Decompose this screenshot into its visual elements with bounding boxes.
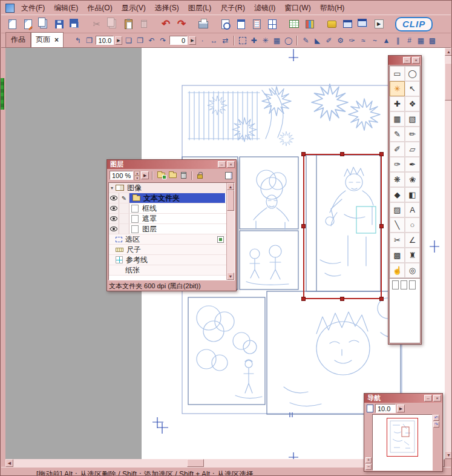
menu-select[interactable]: 选择(S) xyxy=(155,3,179,13)
layer-row-ruler[interactable]: 尺子 xyxy=(109,245,234,255)
layer-row-selection-area[interactable]: 选区 xyxy=(109,234,234,245)
play-button[interactable]: ▶ xyxy=(372,17,386,31)
ink-tool[interactable]: ◆ xyxy=(390,187,405,202)
page-step-icon[interactable]: ↰ xyxy=(73,35,83,45)
close-icon[interactable]: × xyxy=(227,161,235,168)
marker-option-icon[interactable]: ✐ xyxy=(324,35,334,45)
spin-up-icon[interactable]: ▲ xyxy=(134,171,140,176)
layers-palette-titlebar[interactable]: 图层 – × xyxy=(107,160,236,169)
layer-row-guide[interactable]: 参考线 xyxy=(109,255,234,265)
menu-file[interactable]: 文件(F) xyxy=(21,3,45,13)
tab-close-icon[interactable]: × xyxy=(54,36,59,44)
selection-handle[interactable] xyxy=(301,297,306,301)
decoration-tool[interactable]: ❀ xyxy=(405,172,420,187)
gear-icon[interactable]: ⚙ xyxy=(335,35,346,45)
h-scroll-thumb[interactable] xyxy=(187,459,204,467)
grid-b-icon[interactable]: ▩ xyxy=(427,35,437,45)
fit-icon[interactable]: ⇄ xyxy=(220,35,231,45)
scroll-up-icon[interactable]: ▲ xyxy=(445,48,452,56)
ruler-tool[interactable]: ∠ xyxy=(405,233,420,248)
layer-group-image[interactable]: ▾ 图像 xyxy=(109,183,234,193)
window-button[interactable] xyxy=(340,17,355,31)
grid-a-icon[interactable]: ▦ xyxy=(416,35,426,45)
selection-handle[interactable] xyxy=(301,224,306,228)
magic-wand-tool[interactable]: ✳ xyxy=(390,81,405,96)
navigator-titlebar[interactable]: 导航 – × xyxy=(364,394,442,403)
save-all-button[interactable] xyxy=(68,17,82,31)
story-view-button[interactable] xyxy=(249,17,264,31)
expander-icon[interactable]: ▾ xyxy=(111,185,113,191)
eraser-tool[interactable]: ▱ xyxy=(405,142,420,157)
visibility-icon[interactable] xyxy=(110,196,117,200)
brush-tool[interactable]: ✑ xyxy=(390,157,405,172)
scroll-down-icon[interactable]: ▼ xyxy=(445,451,452,459)
selection-handle[interactable] xyxy=(301,152,306,156)
menu-work[interactable]: 作品(O) xyxy=(87,3,112,13)
rotate-cw-icon[interactable]: ↷ xyxy=(433,421,439,428)
dot-icon[interactable]: · xyxy=(197,35,208,45)
perspective-tool[interactable]: ▧ xyxy=(405,111,420,127)
materials-button[interactable] xyxy=(324,17,339,31)
triangle2-icon[interactable]: ▲ xyxy=(381,35,391,45)
paste-button[interactable] xyxy=(121,17,136,31)
new-work-button[interactable] xyxy=(21,17,35,31)
flip-h-icon[interactable]: ↔ xyxy=(209,35,219,45)
airbrush-tool[interactable]: ✒ xyxy=(405,157,420,172)
save-button[interactable] xyxy=(52,17,67,31)
menu-window[interactable]: 窗口(W) xyxy=(284,3,310,13)
layer-move-tool[interactable]: ❖ xyxy=(405,96,420,111)
move-tool[interactable]: ✚ xyxy=(390,96,405,111)
layer-opacity-field[interactable]: 100 % xyxy=(110,171,133,180)
redo-button[interactable]: ↷ xyxy=(174,17,189,31)
selection-handle[interactable] xyxy=(340,152,344,156)
brush-option-icon[interactable]: ✑ xyxy=(347,35,357,45)
table-button[interactable] xyxy=(287,17,301,31)
rotate-ccw-icon[interactable]: ↶ xyxy=(433,415,439,421)
spin-down-icon[interactable]: ▼ xyxy=(134,176,140,180)
zoom-tool[interactable]: ◎ xyxy=(405,263,420,278)
rotate-ccw-icon[interactable]: ↶ xyxy=(146,35,157,45)
pen-tool[interactable]: ✎ xyxy=(390,127,405,142)
panel-preset-icon[interactable] xyxy=(392,280,399,289)
rotate-cw-icon[interactable]: ↷ xyxy=(158,35,168,45)
tone-cutter-tool[interactable]: ✂ xyxy=(390,233,405,248)
move-selection-icon[interactable]: ✚ xyxy=(249,35,259,45)
print-button[interactable] xyxy=(196,17,211,31)
menu-help[interactable]: 帮助(H) xyxy=(320,3,345,13)
grid-selection-icon[interactable]: ▦ xyxy=(272,35,282,45)
works-tab[interactable]: 作品 xyxy=(5,32,31,47)
page-tab[interactable]: 页面 × xyxy=(31,32,64,47)
pen-option-icon[interactable]: ✎ xyxy=(301,35,311,45)
zoom-menu-icon[interactable]: ▶ xyxy=(115,36,122,45)
layer-row-paper[interactable]: 纸张 xyxy=(109,265,234,276)
play-icon[interactable]: ▶ xyxy=(141,171,149,179)
scroll-down-icon[interactable]: ▼ xyxy=(227,273,234,280)
minimize-icon[interactable]: – xyxy=(424,395,432,402)
copy-button[interactable] xyxy=(105,17,120,31)
fill-tool[interactable]: ◧ xyxy=(405,187,420,202)
marquee-tool[interactable]: ▭ xyxy=(390,66,405,81)
minimize-icon[interactable]: – xyxy=(218,161,226,168)
layer-row-text-folder[interactable]: ✎ 文本文件夹 xyxy=(109,193,234,203)
scroll-up-icon[interactable]: ▲ xyxy=(227,183,234,190)
layers-scrollbar[interactable]: ▲ ▼ xyxy=(226,183,234,280)
navigator-view[interactable] xyxy=(372,414,433,471)
tone-tool[interactable]: ▩ xyxy=(390,248,405,263)
open-button[interactable] xyxy=(36,17,51,31)
menu-filter[interactable]: 滤镜(I) xyxy=(254,3,275,13)
zoom-value[interactable]: 10.0 xyxy=(96,36,114,45)
window2-button[interactable] xyxy=(356,17,370,31)
menu-layer[interactable]: 图层(L) xyxy=(188,3,212,13)
new-folder-icon[interactable] xyxy=(157,173,165,178)
marker-tool[interactable]: ✐ xyxy=(390,142,405,157)
line-tool[interactable]: ╲ xyxy=(390,217,405,233)
menu-view[interactable]: 显示(V) xyxy=(122,3,146,13)
cut-button[interactable]: ✂ xyxy=(90,17,104,31)
menu-ruler[interactable]: 尺子(R) xyxy=(220,3,245,13)
visibility-icon[interactable] xyxy=(110,206,117,211)
palette-menu-icon[interactable] xyxy=(225,172,232,179)
spread-icon[interactable]: ❐ xyxy=(84,35,94,45)
parallel-icon[interactable]: ∥ xyxy=(393,35,403,45)
scroll-thumb[interactable] xyxy=(227,190,234,211)
page-thumbnail[interactable] xyxy=(387,418,418,457)
